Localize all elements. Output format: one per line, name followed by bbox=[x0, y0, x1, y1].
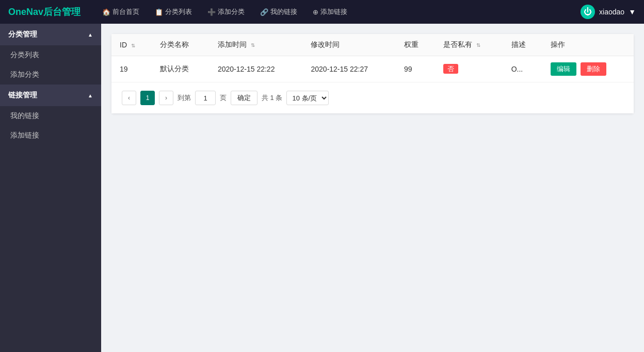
my-links-icon: 🔗 bbox=[260, 8, 268, 16]
col-weight: 权重 bbox=[396, 34, 435, 56]
sidebar-my-links[interactable]: 我的链接 bbox=[0, 106, 101, 126]
data-table: ID ⇅ 分类名称 添加时间 ⇅ 修改时间 bbox=[111, 34, 634, 82]
category-section-arrow: ▲ bbox=[88, 32, 93, 38]
topnav-links: 🏠 前台首页 📋 分类列表 ➕ 添加分类 🔗 我的链接 ⊕ 添加链接 bbox=[96, 4, 581, 20]
table-body: 19 默认分类 2020-12-15 22:22 2020-12-15 22:2… bbox=[111, 56, 634, 82]
category-management-items: 分类列表 添加分类 bbox=[0, 45, 101, 85]
category-list-label: 分类列表 bbox=[165, 7, 192, 16]
main-content: ID ⇅ 分类名称 添加时间 ⇅ 修改时间 bbox=[101, 24, 644, 352]
sidebar-add-category[interactable]: 添加分类 bbox=[0, 65, 101, 85]
my-links-link[interactable]: 🔗 我的链接 bbox=[254, 4, 303, 20]
topnav: OneNav后台管理 🏠 前台首页 📋 分类列表 ➕ 添加分类 🔗 我的链接 ⊕… bbox=[0, 0, 644, 24]
table-container: ID ⇅ 分类名称 添加时间 ⇅ 修改时间 bbox=[111, 34, 634, 113]
cell-modify-time: 2020-12-15 22:27 bbox=[302, 56, 396, 82]
col-description: 描述 bbox=[503, 34, 542, 56]
sidebar-category-list[interactable]: 分类列表 bbox=[0, 45, 101, 65]
cell-name: 默认分类 bbox=[152, 56, 209, 82]
link-management-label: 链接管理 bbox=[8, 91, 37, 100]
cell-description: O... bbox=[503, 56, 542, 82]
layout: 分类管理 ▲ 分类列表 添加分类 链接管理 ▲ 我的链接 添加链接 bbox=[0, 24, 644, 352]
pagination: ‹ 1 › 到第 页 确定 共 1 条 10 条/页 20 条/页 50 条/页 bbox=[111, 82, 634, 113]
goto-label: 到第 bbox=[178, 93, 191, 103]
username-label: xiaodao bbox=[599, 8, 624, 16]
sidebar: 分类管理 ▲ 分类列表 添加分类 链接管理 ▲ 我的链接 添加链接 bbox=[0, 24, 101, 352]
brand-logo: OneNav后台管理 bbox=[8, 6, 81, 18]
home-icon: 🏠 bbox=[102, 8, 110, 16]
goto-confirm-button[interactable]: 确定 bbox=[231, 91, 257, 105]
current-page-button[interactable]: 1 bbox=[140, 91, 155, 105]
category-management-section[interactable]: 分类管理 ▲ bbox=[0, 24, 101, 45]
page-size-select[interactable]: 10 条/页 20 条/页 50 条/页 bbox=[286, 91, 329, 105]
add-category-label: 添加分类 bbox=[218, 7, 245, 16]
id-sort-icon: ⇅ bbox=[131, 43, 135, 48]
prev-page-button[interactable]: ‹ bbox=[122, 91, 136, 105]
add-category-link[interactable]: ➕ 添加分类 bbox=[201, 4, 251, 20]
category-list-icon: 📋 bbox=[155, 8, 163, 16]
add-link-icon: ⊕ bbox=[313, 8, 318, 16]
col-id[interactable]: ID ⇅ bbox=[111, 34, 152, 56]
link-management-items: 我的链接 添加链接 bbox=[0, 106, 101, 145]
col-is-private[interactable]: 是否私有 ⇅ bbox=[435, 34, 503, 56]
my-links-label: 我的链接 bbox=[270, 7, 297, 16]
col-actions: 操作 bbox=[542, 34, 634, 56]
cell-is-private: 否 bbox=[435, 56, 503, 82]
link-management-section[interactable]: 链接管理 ▲ bbox=[0, 85, 101, 106]
cell-actions: 编辑 删除 bbox=[542, 56, 634, 82]
category-management-label: 分类管理 bbox=[8, 30, 37, 39]
sidebar-add-link[interactable]: 添加链接 bbox=[0, 126, 101, 145]
home-link[interactable]: 🏠 前台首页 bbox=[96, 4, 146, 20]
page-unit-label: 页 bbox=[220, 93, 227, 103]
col-modify-time: 修改时间 bbox=[302, 34, 396, 56]
add-link-link[interactable]: ⊕ 添加链接 bbox=[307, 4, 353, 20]
table-row: 19 默认分类 2020-12-15 22:22 2020-12-15 22:2… bbox=[111, 56, 634, 82]
next-page-button[interactable]: › bbox=[159, 91, 173, 105]
power-icon: ⏻ bbox=[581, 5, 595, 19]
cell-weight: 99 bbox=[396, 56, 435, 82]
user-menu[interactable]: ⏻ xiaodao ▼ bbox=[581, 5, 636, 19]
total-label: 共 1 条 bbox=[262, 93, 282, 103]
col-add-time[interactable]: 添加时间 ⇅ bbox=[210, 34, 303, 56]
user-dropdown-icon: ▼ bbox=[629, 8, 636, 16]
cell-add-time: 2020-12-15 22:22 bbox=[210, 56, 303, 82]
edit-button[interactable]: 编辑 bbox=[551, 62, 576, 76]
home-link-label: 前台首页 bbox=[112, 7, 139, 16]
link-section-arrow: ▲ bbox=[88, 93, 93, 98]
table-header-row: ID ⇅ 分类名称 添加时间 ⇅ 修改时间 bbox=[111, 34, 634, 56]
add-time-sort-icon: ⇅ bbox=[251, 42, 255, 48]
is-private-sort-icon: ⇅ bbox=[476, 42, 480, 48]
add-category-icon: ➕ bbox=[207, 8, 216, 16]
add-link-label: 添加链接 bbox=[320, 7, 347, 16]
delete-button[interactable]: 删除 bbox=[581, 62, 606, 76]
col-name: 分类名称 bbox=[152, 34, 209, 56]
category-list-link[interactable]: 📋 分类列表 bbox=[149, 4, 198, 20]
cell-id: 19 bbox=[111, 56, 152, 82]
private-badge: 否 bbox=[443, 64, 458, 74]
goto-page-input[interactable] bbox=[195, 91, 216, 105]
